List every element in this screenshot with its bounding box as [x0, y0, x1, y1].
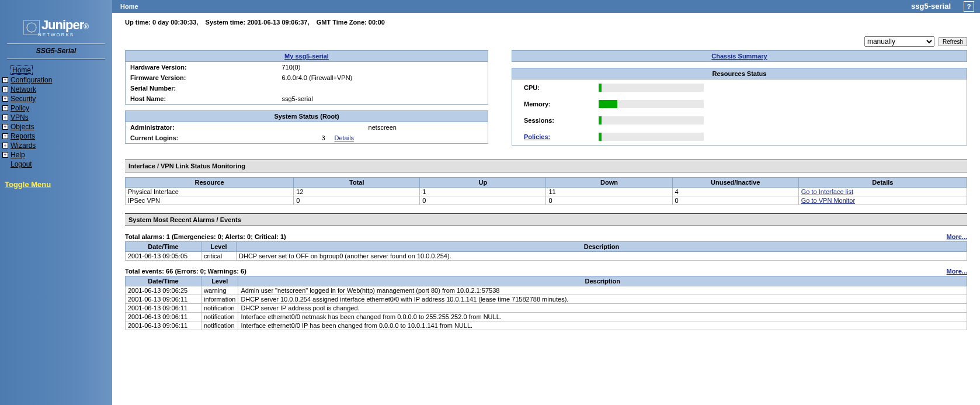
- sidebar-item-network[interactable]: +Network: [2, 85, 110, 94]
- resource-row: Memory:: [512, 96, 967, 112]
- sidebar-item-objects[interactable]: +Objects: [2, 123, 110, 131]
- expand-icon[interactable]: +: [2, 86, 8, 92]
- sidebar-item-logout[interactable]: Logout: [2, 160, 110, 168]
- tz-value: 00:00: [369, 19, 385, 26]
- table-row: 2001-06-13 09:06:11notificationInterface…: [126, 321, 967, 330]
- table-row: Firmware Version:6.0.0r4.0 (Firewall+VPN…: [126, 72, 488, 83]
- logins-value: 3: [277, 133, 330, 144]
- device-info-header[interactable]: My ssg5-serial: [126, 51, 488, 62]
- col-header: Date/Time: [126, 242, 201, 252]
- divider: [7, 43, 105, 44]
- nav-link[interactable]: Reports: [11, 132, 35, 140]
- resource-row: Policies:: [512, 129, 967, 146]
- cell: Physical Interface: [126, 188, 294, 196]
- expand-icon[interactable]: +: [2, 133, 8, 139]
- cell-level: notification: [201, 304, 238, 313]
- expand-icon[interactable]: +: [2, 152, 8, 158]
- page-title: Home: [120, 3, 138, 10]
- cell-level: warning: [201, 286, 238, 295]
- info-label: Serial Number:: [126, 83, 277, 94]
- admin-label: Administrator:: [126, 122, 277, 133]
- cell-datetime: 2001-06-13 09:06:25: [126, 286, 201, 295]
- nav-link[interactable]: Help: [11, 151, 25, 159]
- expand-icon[interactable]: +: [2, 96, 8, 102]
- cell-level: critical: [201, 252, 237, 261]
- nav-link[interactable]: Home: [11, 65, 33, 75]
- system-status-header: System Status (Root): [126, 111, 488, 122]
- chassis-summary-panel: Chassis Summary: [512, 50, 967, 62]
- divider: [7, 58, 105, 60]
- events-more-link[interactable]: More...: [947, 268, 967, 275]
- nav-link[interactable]: Policy: [11, 104, 29, 112]
- cell-description: DHCP server 10.0.0.254 assigned interfac…: [238, 295, 967, 304]
- cell-datetime: 2001-06-13 09:06:11: [126, 313, 201, 321]
- cell: IPSec VPN: [126, 196, 294, 205]
- table-row: 2001-06-13 09:06:11notificationDHCP serv…: [126, 304, 967, 313]
- cell: 0: [420, 196, 546, 205]
- detail-link[interactable]: Go to VPN Monitor: [801, 197, 855, 204]
- systime-label: System time:: [206, 19, 245, 26]
- resource-link[interactable]: Policies:: [524, 133, 550, 140]
- resource-label: Memory:: [524, 101, 551, 108]
- expand-icon[interactable]: +: [2, 143, 8, 148]
- brand-name: Juniper: [41, 18, 84, 32]
- sidebar-item-vpns[interactable]: +VPNs: [2, 113, 110, 122]
- table-row: 2001-06-13 09:06:11informationDHCP serve…: [126, 295, 967, 304]
- sidebar-item-configuration[interactable]: +Configuration: [2, 76, 110, 84]
- refresh-controls: manually Refresh: [125, 36, 967, 47]
- sidebar-item-policy[interactable]: +Policy: [2, 104, 110, 112]
- sidebar-item-wizards[interactable]: +Wizards: [2, 141, 110, 150]
- expand-icon[interactable]: +: [2, 124, 8, 130]
- ifmon-header: Interface / VPN Link Status Monitoring: [125, 160, 967, 172]
- nav-link[interactable]: Network: [11, 85, 36, 94]
- toggle-menu-link[interactable]: Toggle Menu: [5, 180, 51, 189]
- alarms-table: Date/TimeLevelDescription 2001-06-13 09:…: [125, 241, 967, 261]
- refresh-button[interactable]: Refresh: [939, 37, 967, 46]
- expand-icon[interactable]: +: [2, 105, 8, 111]
- logo: Juniper® NETWORKS: [0, 18, 112, 37]
- logins-details-link[interactable]: Details: [335, 134, 355, 141]
- nav-link[interactable]: Wizards: [11, 141, 36, 150]
- sidebar-item-reports[interactable]: +Reports: [2, 132, 110, 140]
- nav-link[interactable]: Security: [11, 95, 36, 103]
- refresh-mode-select[interactable]: manually: [864, 36, 934, 47]
- col-header: Date/Time: [126, 276, 201, 286]
- table-row: 2001-06-13 09:05:05criticalDHCP server s…: [126, 252, 967, 261]
- sidebar-item-help[interactable]: +Help: [2, 151, 110, 159]
- table-row: IPSec VPN0000Go to VPN Monitor: [126, 196, 967, 205]
- usage-bar: [599, 84, 704, 92]
- cell-datetime: 2001-06-13 09:05:05: [126, 252, 201, 261]
- tree-spacer: [2, 161, 8, 167]
- nav-link[interactable]: Objects: [11, 123, 34, 131]
- expand-icon[interactable]: +: [2, 77, 8, 83]
- events-table: Date/TimeLevelDescription 2001-06-13 09:…: [125, 276, 967, 330]
- nav-link[interactable]: Configuration: [11, 76, 52, 84]
- cell-description: Interface ethernet0/0 IP has been change…: [238, 321, 967, 330]
- resources-header: Resources Status: [512, 68, 967, 79]
- ifmon-table: ResourceTotalUpDownUnused/InactiveDetail…: [125, 177, 967, 205]
- col-header: Down: [546, 178, 672, 188]
- svg-point-1: [27, 23, 36, 32]
- sidebar-item-home[interactable]: Home: [2, 65, 110, 75]
- device-info-panel: My ssg5-serial Hardware Version:710(0)Fi…: [125, 50, 488, 105]
- help-icon[interactable]: ?: [964, 1, 974, 12]
- cell-datetime: 2001-06-13 09:06:11: [126, 304, 201, 313]
- resource-row: Sessions:: [512, 112, 967, 129]
- usage-bar: [599, 133, 704, 141]
- info-value: 710(0): [277, 62, 488, 73]
- col-header: Level: [201, 242, 237, 252]
- nav-link[interactable]: VPNs: [11, 113, 29, 122]
- col-header: Unused/Inactive: [672, 178, 798, 188]
- alarms-summary: Total alarms: 1 (Emergencies: 0; Alerts:…: [125, 233, 286, 240]
- sidebar-item-security[interactable]: +Security: [2, 95, 110, 103]
- nav-link[interactable]: Logout: [11, 160, 32, 168]
- cell: 0: [546, 196, 672, 205]
- alarms-more-link[interactable]: More...: [947, 233, 967, 240]
- cell-level: notification: [201, 321, 238, 330]
- cell-description: DHCP server IP address pool is changed.: [238, 304, 967, 313]
- uptime-value: 0 day 00:30:33,: [152, 19, 198, 26]
- expand-icon[interactable]: +: [2, 115, 8, 120]
- chassis-summary-header[interactable]: Chassis Summary: [512, 51, 967, 62]
- detail-link[interactable]: Go to Interface list: [801, 188, 853, 195]
- cell: 11: [546, 188, 672, 196]
